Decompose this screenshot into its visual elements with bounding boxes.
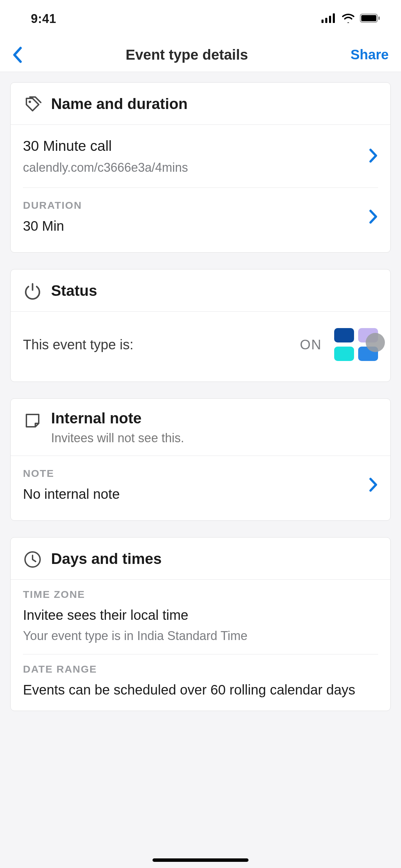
card-status: Status This event type is: ON	[10, 269, 391, 382]
row-note[interactable]: NOTE No internal note	[23, 456, 378, 520]
chevron-right-icon	[369, 148, 378, 164]
note-label: NOTE	[23, 468, 361, 479]
content: Name and duration 30 Minute call calendl…	[0, 72, 401, 721]
note-value: No internal note	[23, 485, 361, 503]
card-title: Internal note	[51, 410, 184, 427]
card-title: Name and duration	[51, 95, 188, 112]
date-range-value: Events can be scheduled over 60 rolling …	[23, 680, 378, 699]
svg-point-7	[29, 101, 31, 103]
wifi-icon	[341, 13, 355, 24]
nav-bar: Event type details Share	[0, 38, 401, 72]
page-title: Event type details	[33, 47, 341, 63]
clock-icon	[23, 550, 42, 569]
row-date-range[interactable]: DATE RANGE Events can be scheduled over …	[23, 654, 378, 711]
card-days-times: Days and times TIME ZONE Invitee sees th…	[10, 537, 391, 711]
svg-rect-6	[378, 16, 380, 20]
duration-value: 30 Min	[23, 217, 361, 235]
toggle-knob	[366, 333, 385, 352]
chevron-right-icon	[369, 209, 378, 225]
card-title: Days and times	[51, 550, 162, 567]
status-time: 9:41	[31, 12, 56, 26]
svg-rect-2	[329, 16, 331, 23]
svg-rect-5	[361, 15, 376, 21]
status-icons	[321, 13, 380, 24]
timezone-value: Invitee sees their local time	[23, 606, 378, 624]
chevron-left-icon	[12, 47, 23, 63]
card-header: Days and times	[11, 538, 390, 580]
note-icon	[23, 411, 42, 430]
timezone-label: TIME ZONE	[23, 589, 378, 600]
card-header: Status	[11, 269, 390, 312]
status-value: ON	[300, 337, 322, 352]
status-bar: 9:41	[0, 0, 401, 38]
card-subtitle: Invitees will not see this.	[51, 431, 184, 445]
cellular-signal-icon	[321, 13, 337, 24]
svg-rect-3	[333, 13, 335, 23]
date-range-label: DATE RANGE	[23, 663, 378, 675]
home-indicator	[153, 858, 248, 862]
tag-icon	[23, 95, 42, 114]
row-duration[interactable]: DURATION 30 Min	[23, 188, 378, 252]
card-name-duration: Name and duration 30 Minute call calendl…	[10, 82, 391, 253]
power-icon	[23, 282, 42, 301]
back-button[interactable]	[12, 47, 33, 63]
card-header: Internal note Invitees will not see this…	[11, 399, 390, 456]
status-label: This event type is:	[23, 337, 133, 352]
status-toggle[interactable]	[334, 328, 378, 361]
card-internal-note: Internal note Invitees will not see this…	[10, 398, 391, 521]
timezone-sub: Your event type is in India Standard Tim…	[23, 628, 378, 644]
row-status: This event type is: ON	[11, 312, 390, 382]
row-timezone[interactable]: TIME ZONE Invitee sees their local time …	[23, 580, 378, 654]
svg-rect-1	[325, 18, 327, 23]
share-button[interactable]: Share	[341, 47, 389, 62]
chevron-right-icon	[369, 478, 378, 493]
svg-rect-0	[321, 20, 324, 23]
card-title: Status	[51, 282, 97, 299]
card-header: Name and duration	[11, 83, 390, 125]
event-name: 30 Minute call	[23, 136, 361, 156]
event-url: calendly.com/c3666e3a/4mins	[23, 159, 361, 176]
row-event-name[interactable]: 30 Minute call calendly.com/c3666e3a/4mi…	[23, 125, 378, 188]
battery-icon	[360, 13, 380, 24]
duration-label: DURATION	[23, 200, 361, 211]
